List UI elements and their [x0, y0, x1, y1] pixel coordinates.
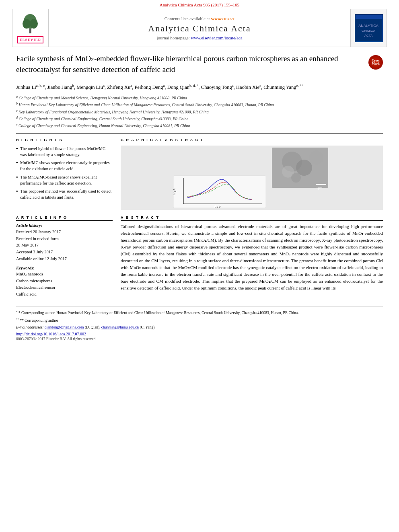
svg-point-13 — [309, 150, 323, 165]
svg-point-11 — [296, 160, 312, 176]
history-label: Article history: — [16, 223, 113, 228]
aca-logo-svg: ANALYTICA CHIMICA ACTA — [356, 15, 382, 41]
keyword-4: Caffeic acid — [16, 291, 113, 298]
svg-text:ANALYTICA: ANALYTICA — [358, 24, 378, 28]
affiliations-section: a College of Chemistry and Material Scie… — [16, 94, 383, 134]
corresponding-author2-note: ** ** Corresponding author — [16, 317, 383, 323]
crossmark-badge[interactable]: CrossMark — [368, 55, 383, 70]
keyword-3: Electrochemical sensor — [16, 284, 113, 291]
abstract-header: A B S T R A C T — [121, 216, 383, 221]
article-info-column: A R T I C L E I N F O Article history: R… — [16, 216, 113, 298]
svg-point-14 — [291, 173, 301, 183]
email1-link[interactable]: qiandong6@vip.sina.com — [45, 325, 84, 329]
copyright-text: 0003-2670/© 2017 Elsevier B.V. All right… — [16, 337, 383, 341]
elsevier-tree-icon — [19, 12, 41, 35]
highlight-item-2: MnO₂/MC shows superior electrocatalytic … — [16, 160, 113, 172]
keyword-2: Carbon microspheres — [16, 278, 113, 285]
available-date: Available online 12 July 2017 — [16, 256, 113, 263]
revised-date: 28 May 2017 — [16, 242, 113, 249]
sciencedirect-label: Contents lists available at ScienceDirec… — [165, 16, 234, 21]
corresponding-author-note: * * Corresponding author. Hunan Provinci… — [16, 310, 383, 316]
keywords-label: Keywords: — [16, 266, 113, 270]
email2-link[interactable]: chunming@hunu.edu.cn — [101, 325, 139, 329]
article-info-header: A R T I C L E I N F O — [16, 216, 113, 221]
aca-logo-area: ANALYTICA CHIMICA ACTA — [350, 9, 387, 47]
crossmark-icon: CrossMark — [368, 55, 383, 70]
email-addresses: E-mail addresses: qiandong6@vip.sina.com… — [16, 325, 383, 329]
received-date: Received 20 January 2017 — [16, 229, 113, 236]
elsevier-logo-area: ELSEVIER — [12, 9, 49, 47]
doi-link[interactable]: http://dx.doi.org/10.1016/j.aca.2017.07.… — [16, 332, 383, 336]
highlights-header: H I G H L I G H T S — [16, 138, 113, 143]
abstract-column: A B S T R A C T Tailored designs/fabrica… — [121, 216, 383, 298]
graphical-abstract-column: G R A P H I C A L A B S T R A C T 1μm — [121, 138, 383, 210]
highlights-list: The novel hybrid of flower-like porous M… — [16, 146, 113, 201]
abstract-text: Tailored designs/fabrications of hierarc… — [121, 223, 383, 292]
article-info-abstract-section: A R T I C L E I N F O Article history: R… — [16, 216, 383, 298]
authors-section: Junhua Lia, b, c, Jianbo Jiangb, Mengqin… — [16, 83, 383, 91]
elsevier-wordmark: ELSEVIER — [17, 36, 44, 43]
accepted-date: Accepted 3 July 2017 — [16, 249, 113, 256]
highlight-item-3: The MnO₂/MC-based sensor shows excellent… — [16, 174, 113, 186]
received-revised-label: Received in revised form — [16, 236, 113, 242]
aca-logo-icon: ANALYTICA CHIMICA ACTA — [355, 14, 383, 42]
svg-text:1μm: 1μm — [316, 186, 323, 190]
keyword-1: MnO₂ nanorods — [16, 271, 113, 278]
svg-rect-0 — [29, 29, 31, 33]
svg-point-3 — [30, 19, 38, 29]
svg-point-2 — [23, 19, 31, 29]
journal-homepage: journal homepage: www.elsevier.com/locat… — [156, 35, 242, 40]
journal-title-area: Contents lists available at ScienceDirec… — [49, 9, 350, 47]
svg-text:E / V: E / V — [214, 205, 221, 208]
svg-text:ACTA: ACTA — [364, 34, 373, 37]
article-title: Facile synthesis of MnO₂-embedded flower… — [16, 53, 364, 75]
journal-name: Analytica Chimica Acta — [148, 23, 251, 34]
sciencedirect-link[interactable]: ScienceDirect — [211, 17, 234, 21]
svg-text:CHIMICA: CHIMICA — [362, 29, 375, 33]
homepage-url[interactable]: www.elsevier.com/locate/aca — [191, 35, 242, 40]
svg-text:I / μA: I / μA — [173, 188, 176, 195]
footer-area: * * Corresponding author. Hunan Provinci… — [16, 306, 383, 341]
main-content-area: Facile synthesis of MnO₂-embedded flower… — [0, 47, 399, 341]
graphical-abstract-image: 1μm E / V I / μA — [121, 146, 383, 210]
journal-citation: Analytica Chimica Acta 985 (2017) 155–16… — [0, 0, 399, 9]
article-title-section: Facile synthesis of MnO₂-embedded flower… — [16, 53, 383, 79]
svg-rect-5 — [356, 15, 382, 19]
highlight-item-4: This proposed method was successfully us… — [16, 188, 113, 200]
journal-header: ELSEVIER Contents lists available at Sci… — [12, 9, 387, 47]
svg-rect-15 — [316, 184, 326, 185]
graphical-abstract-header: G R A P H I C A L A B S T R A C T — [121, 138, 383, 143]
highlight-item-1: The novel hybrid of flower-like porous M… — [16, 146, 113, 158]
graphical-abstract-svg: 1μm E / V I / μA — [121, 146, 383, 210]
keywords-list: MnO₂ nanorods Carbon microspheres Electr… — [16, 271, 113, 298]
svg-rect-17 — [173, 176, 266, 208]
highlights-column: H I G H L I G H T S The novel hybrid of … — [16, 138, 113, 210]
highlights-graphical-section: H I G H L I G H T S The novel hybrid of … — [16, 138, 383, 210]
